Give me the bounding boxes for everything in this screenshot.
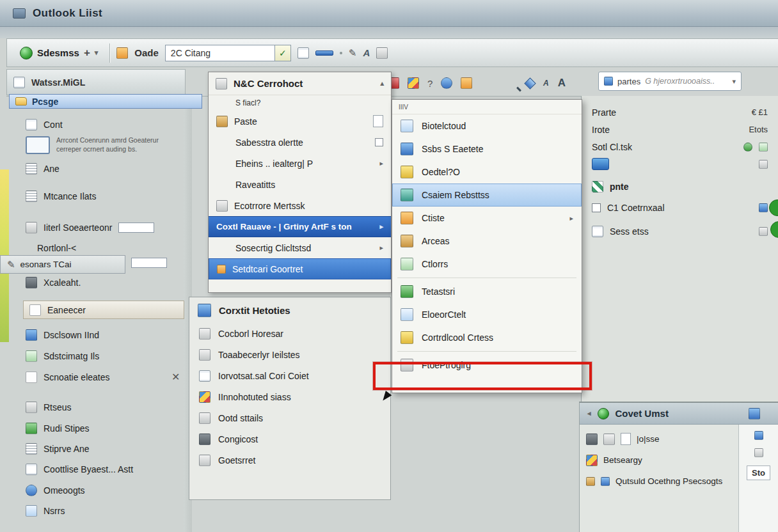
search-combobox[interactable]: 2C Citang: [165, 45, 275, 61]
toggle-icon[interactable]: [759, 203, 768, 212]
menu-item-label: Ecotrrore Mertssk: [234, 201, 305, 211]
options-row[interactable]: Sess etss: [582, 223, 778, 240]
submenu-item[interactable]: Cortrdlcool Crtess: [392, 326, 582, 349]
options-row[interactable]: C1 Coetrnxaal: [582, 199, 778, 216]
context-menu-item-highlighted[interactable]: Setdtcari Goortret: [209, 258, 391, 279]
options-row-value: € £1: [752, 107, 768, 117]
sidebar-button[interactable]: Eaneecer: [23, 301, 184, 319]
sidebar-item[interactable]: Mtcance Ilats: [26, 189, 96, 204]
sidebar-item[interactable]: Scnoatie eleates: [26, 370, 110, 385]
navigation-pane-header[interactable]: Watssr.MiGL: [6, 69, 186, 95]
submenu-item[interactable]: Oedtel?O: [392, 160, 582, 184]
submenu-item-hovered[interactable]: Csaiem Rebsttss: [392, 184, 582, 207]
palette-icon[interactable]: [408, 77, 419, 89]
bottom-panel-title: Covet Umst: [615, 408, 669, 419]
chevron-left-icon[interactable]: ◂: [587, 409, 591, 418]
menu-item-label: Paste: [234, 116, 257, 127]
context-menu-item[interactable]: Sosecrtig Clicltstsd ▸: [209, 237, 391, 258]
sidebar-item[interactable]: Rudi Stipes: [26, 421, 90, 436]
flag-icon[interactable]: [461, 77, 472, 89]
bottom-panel-header[interactable]: ◂ Covet Umst: [580, 403, 778, 425]
sidebar-note[interactable]: Arrcont Coenrunn amrd Goeaterur cerreper…: [26, 134, 159, 156]
square-tool-icon[interactable]: [376, 47, 388, 59]
chevron-up-icon[interactable]: ▴: [380, 79, 384, 88]
context-menu-item-highlighted[interactable]: Coxtl Rauave - | Grtiny ArtF s ton ▸: [209, 216, 391, 237]
history-item[interactable]: Goetsrret: [189, 450, 390, 471]
sidebar-item[interactable]: Iiterl Soeaerteonr: [26, 220, 154, 235]
tool-icon: [26, 277, 37, 288]
history-item[interactable]: Congicost: [189, 428, 390, 450]
sidebar-item[interactable]: Xcaleaht.: [26, 275, 81, 290]
history-item[interactable]: Iorvotsat.sal Cori Coiet: [189, 365, 390, 386]
titlebar[interactable]: Outlook Liist: [0, 0, 778, 27]
search-icon[interactable]: [507, 79, 517, 88]
go-button[interactable]: ✓: [275, 45, 291, 61]
minus-icon[interactable]: [315, 51, 333, 56]
edit-icon[interactable]: [754, 431, 763, 440]
context-menu-item[interactable]: S fiacl?: [209, 95, 391, 111]
sidebar-item[interactable]: Rortlonl-<: [37, 240, 76, 256]
options-row[interactable]: Prarte € £1: [582, 104, 778, 121]
small-input[interactable]: [131, 258, 167, 268]
panel-action-icon[interactable]: [749, 408, 760, 419]
context-menu-item[interactable]: Eheins .. iealterg| P ▸: [209, 153, 391, 174]
gem-icon[interactable]: [524, 77, 536, 89]
context-menu-item[interactable]: Ecotrrore Mertssk: [209, 195, 391, 216]
options-row-label: C1 Coetrnxaal: [607, 203, 665, 213]
help-icon[interactable]: ?: [427, 78, 433, 89]
options-row[interactable]: [582, 155, 778, 173]
font-style-icon[interactable]: A: [363, 47, 370, 58]
sidebar-item[interactable]: Omeoogts: [26, 483, 85, 498]
pencil-icon[interactable]: ✎: [349, 47, 357, 59]
sidebar-item[interactable]: Cont: [26, 117, 63, 132]
sidebar-item[interactable]: Coottlise Byaest... Astt: [26, 462, 133, 477]
menu-item-label: Coxtl Rauave - | Grtiny ArtF s ton: [216, 222, 352, 231]
globe-icon[interactable]: [441, 77, 452, 89]
page-icon[interactable]: [298, 47, 309, 59]
options-row[interactable]: pnte: [582, 178, 778, 195]
check-icon: ✓: [279, 48, 287, 58]
grid-icon[interactable]: [754, 448, 763, 457]
history-item[interactable]: Cocborl Horesar: [189, 323, 390, 344]
context-menu-item-paste[interactable]: Paste: [209, 111, 391, 132]
sidebar-item-selected[interactable]: Pcsge: [9, 94, 202, 109]
sidebar-inset-field[interactable]: ✎ esonars TCai: [0, 255, 125, 274]
sidebar-item[interactable]: Dsclsown IInd: [26, 327, 99, 343]
toggle-icon[interactable]: [759, 160, 768, 169]
sidebar-item[interactable]: Sdstcimatg Ils: [26, 348, 99, 364]
new-item-button[interactable]: Sdesmss + ▾: [15, 45, 103, 61]
checkbox-icon[interactable]: [375, 138, 383, 146]
sidebar-item[interactable]: Ane: [26, 161, 60, 176]
context-menu-item[interactable]: Raveatitts: [209, 174, 391, 195]
history-item[interactable]: Ootd sttails: [189, 407, 390, 428]
history-item[interactable]: IInnohotuted siass: [189, 386, 390, 407]
submenu-item[interactable]: Biotelctoud: [392, 114, 582, 137]
submenu-item[interactable]: Ssbs S Eaetete: [392, 137, 582, 160]
store-button[interactable]: Sto: [747, 465, 770, 480]
checkbox-icon[interactable]: [592, 203, 601, 212]
sidebar-item[interactable]: Nsrrs: [26, 503, 65, 519]
font-smaller-button[interactable]: A: [543, 79, 549, 88]
options-row[interactable]: Irote Etots: [582, 121, 778, 138]
bottom-panel-row-label: Betseargy: [603, 455, 642, 465]
sidebar-item[interactable]: Rtseus: [26, 400, 72, 415]
toggle-icon[interactable]: [759, 227, 768, 236]
folder-icon[interactable]: [116, 47, 128, 59]
close-icon[interactable]: ✕: [171, 371, 180, 383]
submenu-item[interactable]: Tetastsri: [392, 280, 582, 303]
app-window: { "window": { "title": "Outlook Liist" }…: [0, 0, 778, 532]
submenu-item[interactable]: EloeorCtelt: [392, 303, 582, 326]
folder-icon: [199, 349, 210, 361]
address-search-box[interactable]: partes G hjeroxrtruooaiss.. ▾: [598, 72, 742, 91]
small-input[interactable]: [118, 223, 154, 233]
sidebar-item[interactable]: Stiprve Ane: [26, 441, 90, 457]
chevron-down-icon[interactable]: ▾: [732, 77, 736, 86]
history-item[interactable]: Toaabecerlyr Ieilstes: [189, 344, 390, 365]
submenu-item[interactable]: Ctiste ▸: [392, 207, 582, 230]
options-row[interactable]: Sotl Cl.tsk: [582, 138, 778, 155]
context-menu-item[interactable]: Sabesstra olertte: [209, 132, 391, 153]
submenu-item[interactable]: Ctlorrs: [392, 253, 582, 276]
sidebar-item-label: Mtcance Ilats: [44, 191, 96, 201]
submenu-item[interactable]: Arceas: [392, 230, 582, 253]
font-larger-button[interactable]: A: [558, 77, 566, 90]
